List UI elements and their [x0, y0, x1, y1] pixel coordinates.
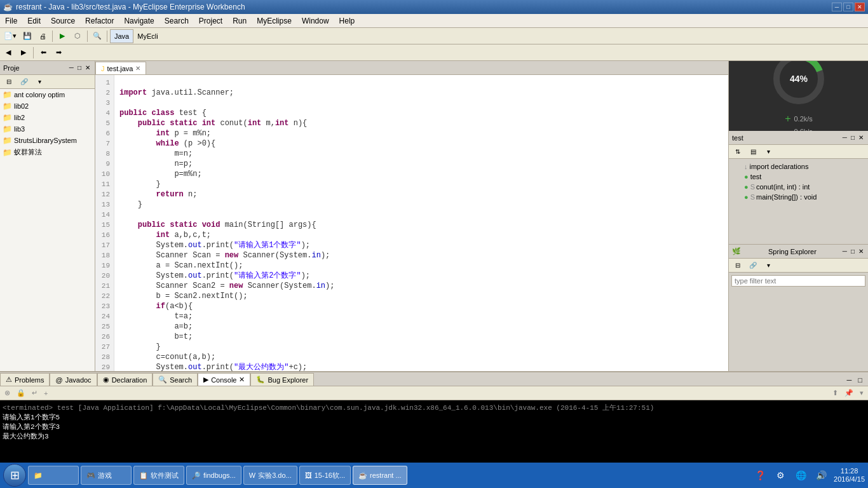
new-console-button[interactable]: +: [41, 388, 50, 399]
new-button[interactable]: 📄▾: [1, 29, 19, 43]
back-button[interactable]: ◀: [1, 46, 15, 60]
outline-hide-fields-button[interactable]: ▤: [746, 145, 760, 159]
minimize-outline-button[interactable]: ─: [841, 134, 848, 141]
taskbar-lab3-label: 实验3.do...: [258, 471, 292, 480]
menu-myeclipse[interactable]: MyEclipse: [252, 14, 297, 27]
outline-view-menu-button[interactable]: ▾: [761, 145, 775, 159]
s-icon2: S: [750, 193, 755, 201]
code-content[interactable]: import java.util.Scanner; public class t…: [114, 75, 728, 371]
editor-content[interactable]: 12345 678910 1112131415 1617181920 21222…: [95, 75, 728, 371]
close-console-tab-button[interactable]: ✕: [239, 376, 245, 384]
menu-run[interactable]: Run: [227, 14, 252, 27]
tab-problems[interactable]: ⚠ Problems: [0, 373, 50, 386]
prev-edit-button[interactable]: ⬅: [36, 46, 50, 60]
editor-tab-test-java[interactable]: J test.java ✕: [95, 62, 146, 74]
close-tab-button[interactable]: ✕: [135, 65, 140, 72]
close-button[interactable]: ✕: [855, 3, 865, 11]
menu-window[interactable]: Window: [297, 14, 334, 27]
taskbar-findbugs[interactable]: 🔎 findbugs...: [186, 466, 241, 485]
taskbar-games-label: 游戏: [98, 471, 112, 480]
search-toolbar-button[interactable]: 🔍: [90, 29, 104, 43]
taskbar-games[interactable]: 🎮 游戏: [81, 466, 132, 485]
maximize-button[interactable]: □: [843, 3, 853, 11]
close-spring-button[interactable]: ✕: [857, 248, 865, 255]
tab-search[interactable]: 🔍 Search: [153, 373, 198, 386]
close-explorer-button[interactable]: ✕: [84, 64, 92, 71]
outline-title: test: [732, 134, 743, 142]
taskbar-restrant[interactable]: ☕ restrant ...: [353, 466, 407, 485]
taskbar-help-icon[interactable]: ❓: [752, 468, 768, 483]
javadoc-icon: @: [55, 376, 62, 384]
myeclipse-perspective[interactable]: MyEcli: [135, 29, 160, 43]
maximize-outline-button[interactable]: □: [850, 134, 856, 141]
tree-item-struts[interactable]: 📁 StrutsLibrarySystem: [0, 135, 95, 146]
tree-item-lib02[interactable]: 📁 lib02: [0, 100, 95, 112]
console-view-menu-button[interactable]: ▾: [857, 388, 866, 399]
console-toolbar-right: ⬆ 📌 ▾: [830, 388, 866, 399]
scroll-lock-button[interactable]: 🔒: [14, 388, 28, 399]
tab-console[interactable]: ▶ Console ✕: [198, 373, 250, 386]
print-button[interactable]: 🖨: [36, 29, 50, 43]
menu-refactor[interactable]: Refactor: [80, 14, 119, 27]
method-circle-icon: ●: [744, 183, 749, 191]
menu-edit[interactable]: Edit: [22, 14, 46, 27]
taskbar-lab3[interactable]: W 实验3.do...: [243, 466, 297, 485]
close-outline-button[interactable]: ✕: [857, 134, 865, 141]
java-file-icon: J: [101, 65, 105, 72]
taskbar-folder[interactable]: 📁: [28, 466, 79, 485]
debug-button[interactable]: ⬡: [71, 29, 85, 43]
spring-collapse-button[interactable]: ⊟: [731, 259, 745, 273]
forward-button[interactable]: ▶: [17, 46, 31, 60]
menu-project[interactable]: Project: [194, 14, 227, 27]
taskbar-network-icon[interactable]: 🌐: [793, 468, 808, 483]
view-menu-button[interactable]: ▾: [32, 75, 46, 89]
tab-declaration[interactable]: ◉ Declaration: [97, 373, 153, 386]
pin-console-button[interactable]: 📌: [842, 388, 856, 399]
run-button[interactable]: ▶: [55, 29, 69, 43]
taskbar-settings-icon[interactable]: ⚙: [773, 468, 788, 483]
console-line-2: 请输入第2个数字3: [3, 422, 865, 431]
maximize-spring-button[interactable]: □: [850, 248, 856, 255]
tree-item-ant-colony[interactable]: 📁 ant colony optim: [0, 89, 95, 100]
open-in-editor-button[interactable]: ⬆: [830, 388, 841, 399]
taskbar-15-16[interactable]: 🖼 15-16软...: [299, 466, 351, 485]
clear-console-button[interactable]: ⊗: [2, 388, 13, 399]
tree-item-lib3[interactable]: 📁 lib3: [0, 123, 95, 135]
maximize-explorer-button[interactable]: □: [76, 64, 83, 71]
menu-help[interactable]: Help: [334, 14, 360, 27]
menu-source[interactable]: Source: [46, 14, 80, 27]
tree-item-lib2[interactable]: 📁 lib2: [0, 112, 95, 123]
collapse-all-button[interactable]: ⊟: [2, 75, 16, 89]
menu-search[interactable]: Search: [159, 14, 194, 27]
minimize-explorer-button[interactable]: ─: [68, 64, 75, 71]
menu-navigate[interactable]: Navigate: [119, 14, 159, 27]
spring-sort-button[interactable]: ▾: [761, 259, 775, 273]
outline-conut-method[interactable]: ● S conut(int, int) : int: [731, 182, 865, 192]
link-with-editor-button[interactable]: 🔗: [17, 75, 31, 89]
outline-test-class[interactable]: ● test: [731, 172, 865, 182]
outline-import-declarations[interactable]: ↓ import declarations: [731, 161, 865, 172]
bottom-maximize-button[interactable]: □: [855, 374, 865, 386]
outline-sort-button[interactable]: ⇅: [731, 145, 745, 159]
minimize-button[interactable]: ─: [832, 3, 842, 11]
spring-filter-input[interactable]: [731, 275, 865, 287]
java-perspective[interactable]: Java: [110, 29, 133, 43]
next-edit-button[interactable]: ➡: [51, 46, 65, 60]
tab-javadoc[interactable]: @ Javadoc: [50, 373, 97, 386]
start-button[interactable]: ⊞: [3, 464, 26, 487]
spring-link-button[interactable]: 🔗: [746, 259, 760, 273]
outline-main-method[interactable]: ● S main(String[]) : void: [731, 192, 865, 202]
save-button[interactable]: 💾: [20, 29, 34, 43]
tree-item-ant-algorithm[interactable]: 📁 蚁群算法: [0, 146, 95, 158]
gauge-widget: 44%: [773, 61, 824, 104]
bottom-minimize-button[interactable]: ─: [844, 374, 855, 386]
stat1-plus-icon: +: [785, 113, 790, 125]
taskbar-software-test[interactable]: 📋 软件测试: [133, 466, 184, 485]
minimize-spring-button[interactable]: ─: [841, 248, 848, 255]
menu-file[interactable]: File: [0, 14, 22, 27]
taskbar-software-label: 软件测试: [151, 471, 179, 480]
taskbar-speaker-icon[interactable]: 🔊: [813, 468, 829, 483]
tab-bug-explorer[interactable]: 🐛 Bug Explorer: [250, 373, 314, 386]
word-wrap-button[interactable]: ↵: [29, 388, 40, 399]
search-tab-icon: 🔍: [158, 376, 167, 384]
